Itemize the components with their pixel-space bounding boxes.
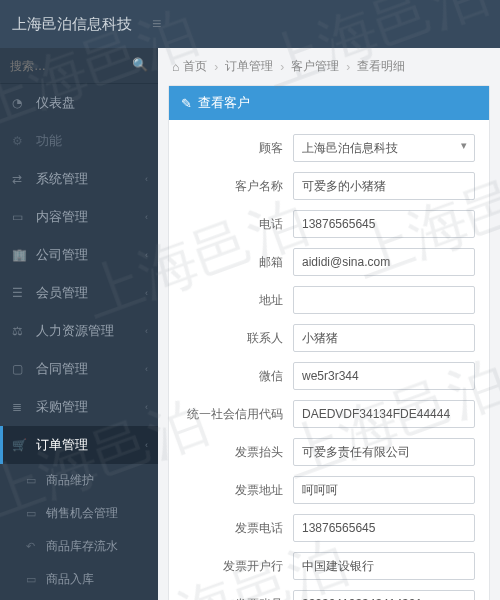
chevron-icon: ‹ [145,174,148,184]
subnav-label: 商品库存流水 [46,538,118,555]
field-label-inv-addr: 发票地址 [183,482,293,499]
subnav-icon: ↶ [26,540,40,553]
nav-item-2[interactable]: ⇄系统管理‹ [0,160,158,198]
field-label-email: 邮箱 [183,254,293,271]
credit-input[interactable] [293,400,475,428]
chevron-icon: ‹ [145,326,148,336]
main-content: ⌂ 首页 › 订单管理 › 客户管理 › 查看明细 ✎ 查看客户 顾客 上海邑泊… [158,0,500,600]
breadcrumb: ⌂ 首页 › 订单管理 › 客户管理 › 查看明细 [158,48,500,85]
nav-label: 合同管理 [36,360,88,378]
field-label-customer: 顾客 [183,140,293,157]
chevron-icon: ‹ [145,250,148,260]
subnav-item-1[interactable]: ▭销售机会管理 [0,497,158,530]
subnav-label: 商品维护 [46,472,94,489]
search-input[interactable] [10,59,148,73]
subnav-icon: ▭ [26,507,40,520]
phone-input[interactable] [293,210,475,238]
breadcrumb-home-icon[interactable]: ⌂ [172,60,179,74]
customer-select[interactable]: 上海邑泊信息科技 [293,134,475,162]
nav-icon: ⚖ [12,324,28,338]
chevron-icon: ‹ [145,440,148,450]
field-label-inv-title: 发票抬头 [183,444,293,461]
nav-item-7[interactable]: ▢合同管理‹ [0,350,158,388]
nav-label: 会员管理 [36,284,88,302]
nav-label: 人力资源管理 [36,322,114,340]
field-label-contact: 联系人 [183,330,293,347]
nav-label: 订单管理 [36,436,88,454]
name-input[interactable] [293,172,475,200]
nav-item-0[interactable]: ◔仪表盘 [0,84,158,122]
invoice-phone-input[interactable] [293,514,475,542]
nav-label: 仪表盘 [36,94,75,112]
contact-input[interactable] [293,324,475,352]
nav-icon: ☰ [12,286,28,300]
breadcrumb-item: 查看明细 [357,58,405,75]
nav-icon: ⇄ [12,172,28,186]
invoice-bank-input[interactable] [293,552,475,580]
chevron-right-icon: › [346,60,350,74]
subnav-item-0[interactable]: ▭商品维护 [0,464,158,497]
wechat-input[interactable] [293,362,475,390]
menu-toggle-icon[interactable]: ≡ [152,15,161,33]
nav-item-4[interactable]: 🏢公司管理‹ [0,236,158,274]
breadcrumb-item[interactable]: 首页 [183,58,207,75]
nav-label: 功能 [36,132,62,150]
nav-label: 公司管理 [36,246,88,264]
panel: ✎ 查看客户 顾客 上海邑泊信息科技 客户名称 电话 邮箱 地址 联系人 微 [168,85,490,600]
field-label-phone: 电话 [183,216,293,233]
subnav-item-2[interactable]: ↶商品库存流水 [0,530,158,563]
field-label-inv-bank: 发票开户行 [183,558,293,575]
nav-icon: ⚙ [12,134,28,148]
field-label-inv-phone: 发票电话 [183,520,293,537]
nav-icon: ◔ [12,96,28,110]
chevron-icon: ‹ [145,364,148,374]
nav-item-1[interactable]: ⚙功能 [0,122,158,160]
invoice-account-input[interactable] [293,590,475,600]
field-label-address: 地址 [183,292,293,309]
panel-header: ✎ 查看客户 [169,86,489,120]
invoice-title-input[interactable] [293,438,475,466]
nav-icon: 🛒 [12,438,28,452]
breadcrumb-item[interactable]: 订单管理 [225,58,273,75]
nav-item-9[interactable]: 🛒订单管理‹ [0,426,158,464]
address-input[interactable] [293,286,475,314]
field-label-inv-acct: 发票账号 [183,596,293,601]
nav-icon: 🏢 [12,248,28,262]
breadcrumb-item[interactable]: 客户管理 [291,58,339,75]
top-header: 上海邑泊信息科技 ≡ [0,0,500,48]
field-label-wechat: 微信 [183,368,293,385]
chevron-icon: ‹ [145,212,148,222]
nav-item-8[interactable]: ≣采购管理‹ [0,388,158,426]
email-input[interactable] [293,248,475,276]
sidebar-search: 🔍 [0,48,158,84]
panel-title: 查看客户 [198,94,250,112]
nav-label: 内容管理 [36,208,88,226]
chevron-right-icon: › [214,60,218,74]
brand-title: 上海邑泊信息科技 [12,15,132,34]
nav-icon: ▭ [12,210,28,224]
chevron-icon: ‹ [145,288,148,298]
customer-form: 顾客 上海邑泊信息科技 客户名称 电话 邮箱 地址 联系人 微信 统一社会信用代… [169,120,489,600]
chevron-icon: ‹ [145,402,148,412]
subnav-label: 销售机会管理 [46,505,118,522]
nav-item-5[interactable]: ☰会员管理‹ [0,274,158,312]
nav-icon: ▢ [12,362,28,376]
edit-icon: ✎ [181,96,192,111]
subnav-item-4[interactable]: ▢订单录入 [0,596,158,600]
nav-icon: ≣ [12,400,28,414]
subnav-icon: ▭ [26,474,40,487]
subnav-icon: ▭ [26,573,40,586]
nav-label: 系统管理 [36,170,88,188]
field-label-name: 客户名称 [183,178,293,195]
nav-label: 采购管理 [36,398,88,416]
nav-item-3[interactable]: ▭内容管理‹ [0,198,158,236]
field-label-credit: 统一社会信用代码 [183,406,293,423]
subnav-label: 商品入库 [46,571,94,588]
sidebar: 🔍 ◔仪表盘⚙功能⇄系统管理‹▭内容管理‹🏢公司管理‹☰会员管理‹⚖人力资源管理… [0,0,158,600]
subnav-item-3[interactable]: ▭商品入库 [0,563,158,596]
invoice-address-input[interactable] [293,476,475,504]
nav-item-6[interactable]: ⚖人力资源管理‹ [0,312,158,350]
chevron-right-icon: › [280,60,284,74]
